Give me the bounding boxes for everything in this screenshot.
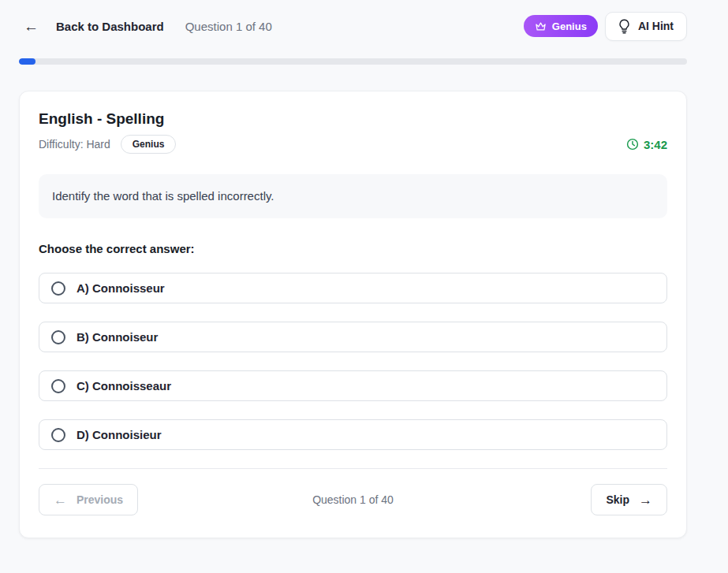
timer: 3:42 — [626, 138, 667, 151]
top-bar-right: Genius AI Hint — [524, 12, 687, 41]
difficulty-label: Difficulty: Hard — [39, 138, 110, 151]
progress-bar — [19, 58, 687, 65]
previous-label: Previous — [77, 493, 123, 506]
skip-arrow-icon: → — [639, 493, 652, 507]
option-label: D) Connoisieur — [77, 428, 162, 441]
top-bar: ← Back to Dashboard Question 1 of 40 Gen… — [19, 0, 687, 40]
crown-icon — [535, 21, 547, 32]
radio-button[interactable] — [51, 428, 65, 442]
quiz-title: English - Spelling — [39, 110, 667, 128]
answer-option-c[interactable]: C) Connoisseaur — [39, 370, 667, 401]
progress-fill — [19, 58, 35, 65]
card-footer: ← Previous Question 1 of 40 Skip → — [39, 484, 667, 515]
question-counter: Question 1 of 40 — [185, 20, 272, 33]
previous-arrow-icon: ← — [54, 493, 67, 507]
genius-badge-label: Genius — [552, 20, 587, 32]
lightbulb-icon — [618, 19, 630, 34]
answer-prompt: Choose the correct answer: — [39, 242, 667, 255]
answer-option-b[interactable]: B) Connoiseur — [39, 322, 667, 352]
answer-option-a[interactable]: A) Connoisseur — [39, 273, 667, 303]
previous-button[interactable]: ← Previous — [39, 484, 138, 515]
back-to-dashboard-link[interactable]: ← Back to Dashboard — [19, 19, 164, 34]
ai-hint-label: AI Hint — [638, 20, 674, 32]
radio-button[interactable] — [51, 379, 65, 393]
tier-badge: Genius — [121, 135, 177, 154]
option-label: B) Connoiseur — [77, 330, 158, 344]
quiz-meta-row: Difficulty: Hard Genius 3:42 — [39, 135, 667, 154]
timer-value: 3:42 — [644, 138, 667, 151]
answer-options: A) Connoisseur B) Connoiseur C) Connoiss… — [39, 273, 667, 450]
option-label: A) Connoisseur — [77, 281, 165, 295]
back-to-dashboard-label: Back to Dashboard — [56, 20, 164, 33]
footer-divider — [39, 468, 667, 469]
back-arrow-icon: ← — [24, 19, 39, 34]
radio-button[interactable] — [51, 330, 65, 344]
question-text: Identify the word that is spelled incorr… — [52, 189, 654, 203]
skip-label: Skip — [606, 493, 629, 506]
radio-button[interactable] — [51, 281, 65, 296]
quiz-card: English - Spelling Difficulty: Hard Geni… — [19, 91, 687, 538]
skip-button[interactable]: Skip → — [591, 484, 667, 515]
clock-icon — [626, 138, 639, 151]
answer-option-d[interactable]: D) Connoisieur — [39, 419, 667, 450]
option-label: C) Connoisseaur — [77, 379, 171, 393]
genius-badge: Genius — [524, 15, 598, 37]
ai-hint-button[interactable]: AI Hint — [605, 12, 687, 41]
page-container: ← Back to Dashboard Question 1 of 40 Gen… — [19, 0, 687, 538]
question-box: Identify the word that is spelled incorr… — [39, 174, 667, 218]
